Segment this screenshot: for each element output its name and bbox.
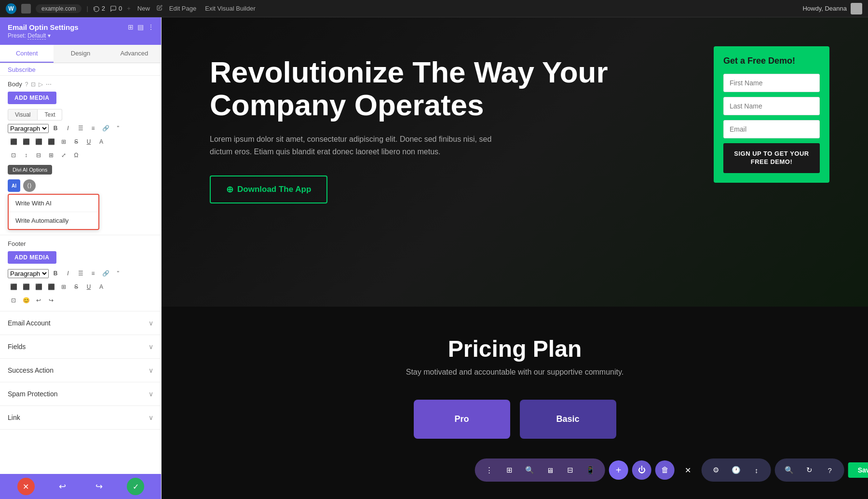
- visual-view-btn[interactable]: Visual: [8, 109, 38, 121]
- footer-redo[interactable]: ↪: [45, 295, 57, 306]
- footer-align-r[interactable]: ⬛: [33, 281, 44, 293]
- footer-paragraph-select[interactable]: Paragraph: [8, 269, 49, 278]
- tb-power-btn[interactable]: ⏻: [632, 460, 651, 480]
- footer-bold-btn[interactable]: B: [50, 268, 61, 279]
- align-left-btn[interactable]: ⬛: [8, 136, 19, 148]
- tb-search-btn[interactable]: 🔍: [521, 461, 539, 479]
- more-icon[interactable]: ⋮: [148, 23, 154, 31]
- footer-emoji[interactable]: 😊: [20, 295, 32, 306]
- layout-icon[interactable]: ▤: [137, 23, 144, 31]
- copy-icon2[interactable]: ⊡: [31, 81, 36, 88]
- ai-blue-icon-btn[interactable]: AI: [8, 179, 20, 192]
- tb-delete-btn[interactable]: 🗑: [655, 460, 675, 480]
- body-label: Body: [8, 81, 22, 88]
- ordered-list-btn[interactable]: ≡: [87, 122, 99, 134]
- sidebar-preset[interactable]: Preset: Default ▾: [8, 32, 153, 39]
- unordered-list-btn[interactable]: ☰: [75, 122, 86, 134]
- ai-teal-icon-btn[interactable]: ⟨⟩: [23, 179, 36, 192]
- tb-sort-btn[interactable]: ↕: [748, 461, 765, 479]
- footer-table[interactable]: ⊞: [58, 281, 69, 293]
- tb-close-btn[interactable]: ✕: [678, 460, 698, 480]
- tb-settings-btn[interactable]: ⚙: [707, 461, 725, 479]
- edit-page-link[interactable]: Edit Page: [167, 4, 198, 13]
- link-header[interactable]: Link ∨: [0, 406, 161, 429]
- confirm-button[interactable]: ✓: [127, 478, 144, 495]
- copy-icon[interactable]: ⊞: [128, 23, 134, 31]
- text-color-btn[interactable]: A: [95, 136, 107, 148]
- italic-btn[interactable]: I: [62, 122, 74, 134]
- wordpress-logo[interactable]: W: [6, 3, 16, 14]
- tb-search-right-btn[interactable]: 🔍: [781, 461, 798, 479]
- outdent-btn[interactable]: ⊟: [33, 149, 44, 161]
- footer-color[interactable]: A: [95, 281, 107, 293]
- write-with-ai-item[interactable]: Write With AI: [9, 195, 98, 212]
- subscribe-label: Subscribe: [8, 66, 153, 73]
- tb-menu-btn[interactable]: ⋮: [481, 461, 498, 479]
- download-app-button[interactable]: ⊕ Download The App: [210, 175, 327, 203]
- tb-desktop-btn[interactable]: 🖥: [542, 461, 559, 479]
- exit-builder-link[interactable]: Exit Visual Builder: [203, 4, 258, 13]
- tb-add-btn[interactable]: +: [609, 460, 628, 480]
- form-submit-button[interactable]: SIGN UP TO GET YOUR FREE DEMO!: [723, 143, 820, 173]
- spam-protection-header[interactable]: Spam Protection ∨: [0, 382, 161, 405]
- special-chars-btn[interactable]: Ω: [70, 149, 82, 161]
- footer-ul-btn[interactable]: ☰: [75, 268, 86, 279]
- footer-align-l[interactable]: ⬛: [8, 281, 19, 293]
- first-name-input[interactable]: [723, 74, 820, 92]
- tb-grid-btn[interactable]: ⊞: [501, 461, 518, 479]
- last-name-input[interactable]: [723, 97, 820, 115]
- tb-history-btn[interactable]: 🕐: [728, 461, 745, 479]
- success-action-header[interactable]: Success Action ∨: [0, 359, 161, 382]
- write-automatically-item[interactable]: Write Automatically: [9, 212, 98, 229]
- align-center-btn[interactable]: ⬛: [20, 136, 32, 148]
- underline-btn[interactable]: U: [83, 136, 95, 148]
- email-input[interactable]: [723, 120, 820, 138]
- body-header: Body ? ⊡ ▷ ⋯: [8, 81, 153, 88]
- sidebar: Email Optin Settings Preset: Default ▾ ⊞…: [0, 17, 162, 499]
- align-justify-btn[interactable]: ⬛: [45, 136, 57, 148]
- tab-content[interactable]: Content: [0, 45, 54, 63]
- footer-align-c[interactable]: ⬛: [20, 281, 32, 293]
- footer-ol-btn[interactable]: ≡: [87, 268, 99, 279]
- tb-tablet-btn[interactable]: ⊟: [562, 461, 579, 479]
- fields-header[interactable]: Fields ∨: [0, 335, 161, 358]
- tb-refresh-btn[interactable]: ↻: [801, 461, 818, 479]
- tb-help-btn[interactable]: ?: [821, 461, 839, 479]
- email-account-header[interactable]: Email Account ∨: [0, 311, 161, 335]
- strikethrough-btn[interactable]: S: [70, 136, 82, 148]
- footer-align-j[interactable]: ⬛: [45, 281, 57, 293]
- table-btn[interactable]: ⊞: [58, 136, 69, 148]
- paste-btn[interactable]: ⊡: [8, 149, 19, 161]
- fullscreen-btn[interactable]: ⤢: [58, 149, 69, 161]
- link-btn[interactable]: 🔗: [100, 122, 111, 134]
- help-icon[interactable]: ?: [25, 81, 28, 88]
- user-info: Howdy, Deanna: [802, 3, 862, 14]
- text-view-btn[interactable]: Text: [38, 109, 62, 121]
- paragraph-select[interactable]: Paragraph Heading 1 Heading 2: [8, 124, 49, 133]
- new-link[interactable]: New: [136, 4, 152, 13]
- footer-strike[interactable]: S: [70, 281, 82, 293]
- tb-mobile-btn[interactable]: 📱: [582, 461, 599, 479]
- align-right-btn[interactable]: ⬛: [33, 136, 44, 148]
- undo-button[interactable]: ↩: [54, 478, 71, 495]
- undo-counter[interactable]: 2: [93, 5, 105, 12]
- footer-italic-btn[interactable]: I: [62, 268, 74, 279]
- footer-quote-btn[interactable]: ": [112, 268, 124, 279]
- add-media-button[interactable]: ADD MEDIA: [8, 92, 56, 104]
- redo-button[interactable]: ↪: [90, 478, 108, 495]
- comment-counter[interactable]: 0: [110, 5, 122, 12]
- tab-design[interactable]: Design: [54, 45, 107, 63]
- more-dots[interactable]: ⋯: [46, 81, 52, 88]
- footer-add-media-button[interactable]: ADD MEDIA: [8, 251, 56, 264]
- footer-undo[interactable]: ↩: [33, 295, 44, 306]
- indent2-btn[interactable]: ⊞: [45, 149, 57, 161]
- bold-btn[interactable]: B: [50, 122, 61, 134]
- quote-btn[interactable]: ": [112, 122, 124, 134]
- cancel-button[interactable]: ✕: [17, 478, 35, 495]
- tab-advanced[interactable]: Advanced: [108, 45, 161, 63]
- indent-btn[interactable]: ↕: [20, 149, 32, 161]
- footer-underline[interactable]: U: [83, 281, 95, 293]
- save-button[interactable]: Save: [848, 462, 868, 478]
- footer-paste[interactable]: ⊡: [8, 295, 19, 306]
- footer-link-btn[interactable]: 🔗: [100, 268, 111, 279]
